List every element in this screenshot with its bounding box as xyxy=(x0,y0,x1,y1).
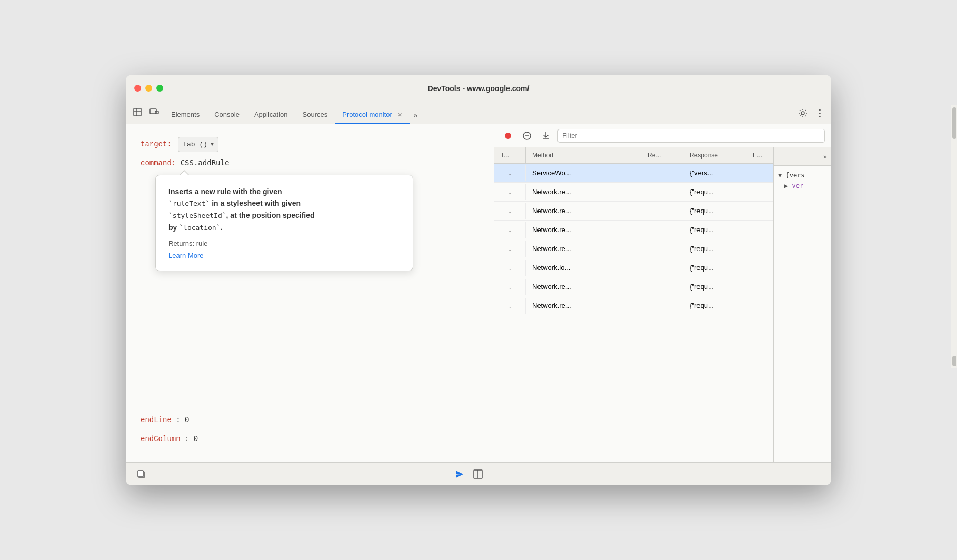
target-line: target: Tab () ▼ xyxy=(141,137,479,152)
row-method: Network.re... xyxy=(526,278,641,295)
left-panel: target: Tab () ▼ command: CSS.addRule xyxy=(126,124,494,485)
row-response: {"requ... xyxy=(683,203,746,219)
col-ea-header[interactable]: E... xyxy=(746,147,773,163)
col-t-header[interactable]: T... xyxy=(494,147,526,163)
tab-bar-right-icons: ⋮ xyxy=(795,106,827,124)
table-row[interactable]: ↓ Network.re... {"requ... xyxy=(494,183,773,202)
row-direction: ↓ xyxy=(494,260,526,276)
learn-more-link[interactable]: Learn More xyxy=(168,252,203,259)
json-child: ▶ ver xyxy=(778,181,827,191)
col-re-header[interactable]: Re... xyxy=(641,147,683,163)
target-dropdown-arrow: ▼ xyxy=(211,140,214,149)
row-method: Network.re... xyxy=(526,297,641,314)
close-button[interactable] xyxy=(134,85,141,92)
table-header: T... Method Re... Response E... xyxy=(494,147,773,164)
tooltip-arrow xyxy=(179,170,190,175)
cursor-icon[interactable] xyxy=(130,105,145,119)
row-re xyxy=(641,302,683,310)
row-re xyxy=(641,226,683,234)
row-response: {"requ... xyxy=(683,184,746,200)
tab-close-icon[interactable]: ✕ xyxy=(397,112,402,118)
row-response: {"requ... xyxy=(683,297,746,314)
tab-elements[interactable]: Elements xyxy=(164,107,207,124)
tab-application[interactable]: Application xyxy=(247,107,295,124)
target-label: target: xyxy=(141,140,172,148)
table-row[interactable]: ↓ Network.re... {"requ... xyxy=(494,221,773,239)
col-response-header[interactable]: Response xyxy=(683,147,746,163)
tab-sources[interactable]: Sources xyxy=(295,107,335,124)
traffic-lights xyxy=(134,85,163,92)
table-left: T... Method Re... Response E... ↓ Servic… xyxy=(494,147,773,462)
row-ea xyxy=(746,283,773,291)
table-row[interactable]: ↓ Network.re... {"requ... xyxy=(494,296,773,315)
tab-protocol-monitor[interactable]: Protocol monitor ✕ xyxy=(335,107,409,124)
settings-icon[interactable] xyxy=(795,106,810,121)
minimize-button[interactable] xyxy=(145,85,152,92)
row-ea xyxy=(746,245,773,253)
param-endline: endLine : 0 xyxy=(141,416,479,424)
table-row[interactable]: ↓ Network.re... {"requ... xyxy=(494,202,773,221)
row-direction: ↓ xyxy=(494,222,526,238)
svg-marker-8 xyxy=(456,471,463,478)
window-title: DevTools - www.google.com/ xyxy=(428,84,530,93)
toggle-panel-button[interactable] xyxy=(471,467,485,482)
row-method: Network.re... xyxy=(526,222,641,238)
maximize-button[interactable] xyxy=(156,85,163,92)
table-row[interactable]: ↓ Network.re... {"requ... xyxy=(494,239,773,258)
json-preview-panel: » ▼ {vers ▶ ver xyxy=(773,147,831,462)
row-response: {"vers... xyxy=(683,165,746,181)
row-response: {"requ... xyxy=(683,241,746,257)
row-method: Network.re... xyxy=(526,184,641,200)
row-re xyxy=(641,169,683,177)
json-tree: ▼ {vers ▶ ver xyxy=(774,166,831,462)
svg-point-5 xyxy=(801,112,804,115)
row-ea xyxy=(746,188,773,196)
row-direction: ↓ xyxy=(494,279,526,295)
json-root: ▼ {vers xyxy=(778,170,827,181)
send-button[interactable] xyxy=(452,467,466,482)
record-stop-button[interactable] xyxy=(501,128,515,143)
row-direction: ↓ xyxy=(494,203,526,219)
svg-rect-0 xyxy=(134,108,141,116)
filter-input[interactable] xyxy=(557,129,825,143)
more-options-icon[interactable]: ⋮ xyxy=(812,106,827,121)
params-area: endLine : 0 endColumn : 0 xyxy=(126,407,494,462)
right-more-header: » xyxy=(774,147,831,166)
row-response: {"requ... xyxy=(683,278,746,295)
svg-point-11 xyxy=(505,133,511,139)
command-value: CSS.addRule xyxy=(181,158,230,167)
tab-toolbar-icons xyxy=(130,105,162,124)
table-row[interactable]: ↓ Network.lo... {"requ... xyxy=(494,258,773,277)
row-ea xyxy=(746,302,773,310)
row-direction: ↓ xyxy=(494,184,526,200)
row-re xyxy=(641,207,683,215)
tooltip-description: Inserts a new rule with the given `ruleT… xyxy=(168,186,400,234)
table-row[interactable]: ↓ Network.re... {"requ... xyxy=(494,277,773,296)
download-button[interactable] xyxy=(539,128,553,143)
devtools-window: DevTools - www.google.com/ Elements xyxy=(126,75,831,485)
responsive-icon[interactable] xyxy=(147,105,162,119)
row-method: ServiceWo... xyxy=(526,165,641,181)
command-label: command: xyxy=(141,159,176,167)
bottom-bar-left xyxy=(126,462,494,485)
svg-rect-9 xyxy=(474,470,482,478)
command-line: command: CSS.addRule xyxy=(141,156,479,170)
copy-icon[interactable] xyxy=(134,467,149,482)
table-container: T... Method Re... Response E... ↓ Servic… xyxy=(494,147,831,462)
right-panel: T... Method Re... Response E... ↓ Servic… xyxy=(494,124,831,485)
row-response: {"requ... xyxy=(683,222,746,238)
col-method-header[interactable]: Method xyxy=(526,147,641,163)
table-row[interactable]: ↓ ServiceWo... {"vers... xyxy=(494,164,773,183)
row-ea xyxy=(746,226,773,234)
tab-console[interactable]: Console xyxy=(207,107,247,124)
bottom-left-icons xyxy=(134,467,452,482)
svg-rect-7 xyxy=(138,471,143,477)
row-ea xyxy=(746,264,773,272)
clear-button[interactable] xyxy=(520,128,534,143)
row-method: Network.re... xyxy=(526,203,641,219)
tab-more-icon[interactable]: » xyxy=(410,108,422,124)
main-content: target: Tab () ▼ command: CSS.addRule xyxy=(126,124,831,485)
svg-rect-4 xyxy=(155,111,158,114)
more-cols-icon[interactable]: » xyxy=(823,153,827,161)
target-dropdown[interactable]: Tab () ▼ xyxy=(178,137,218,152)
